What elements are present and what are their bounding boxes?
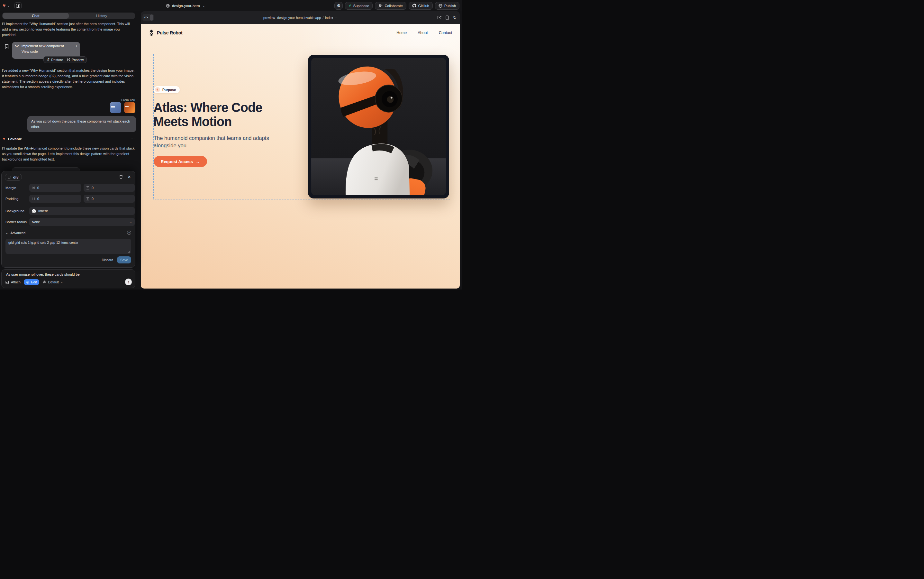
supabase-button[interactable]: ⚡ Supabase [345, 2, 372, 10]
tab-history[interactable]: History [69, 13, 135, 19]
bookmark-icon[interactable] [5, 44, 9, 49]
mode-chevron-down-icon: ⌄ [60, 280, 63, 284]
dashed-box-icon [8, 176, 11, 179]
globe-icon [166, 4, 170, 8]
cta-label: Request Access [161, 159, 193, 164]
settings-button[interactable]: ⚙ [335, 2, 343, 10]
nav-link-about[interactable]: About [418, 31, 428, 35]
preview-toolbar: <> preview--design-your-hero.lovable.app… [141, 11, 460, 24]
collaborate-button[interactable]: Collaborate [375, 2, 406, 10]
preview-url-breadcrumb[interactable]: preview--design-your-hero.lovable.app / … [263, 16, 337, 20]
padding-y-input[interactable] [91, 197, 132, 201]
element-tag: div [13, 175, 19, 179]
background-field[interactable]: Inherit [29, 207, 135, 215]
page-chevron-down-icon: ⌄ [335, 16, 337, 19]
composer-toolbar: Attach ◎ Edit Default ⌄ ↑ [5, 278, 132, 285]
tab-chat[interactable]: Chat [3, 13, 69, 19]
nav-link-home[interactable]: Home [397, 31, 407, 35]
delete-element-button[interactable] [119, 175, 123, 179]
select-chevron-down-icon: ⌄ [129, 220, 132, 224]
code-view-toggle[interactable]: <> [142, 14, 154, 21]
code-icon: <> [15, 44, 19, 47]
edit-mode-button[interactable]: ◎ Edit [24, 279, 39, 285]
view-code-link[interactable]: View code [21, 49, 77, 53]
padding-label: Padding [5, 197, 18, 201]
border-radius-select[interactable]: None ⌄ [29, 218, 135, 226]
project-name: design-your-hero [172, 4, 200, 8]
target-icon: ◎ [26, 280, 29, 284]
user-message-bubble: As you scroll down the page, these compo… [27, 116, 136, 132]
hero-heading-line1: Atlas: Where Code [153, 100, 262, 114]
advanced-label: Advanced [10, 231, 25, 235]
attachment-thumbnail-blue[interactable] [110, 102, 121, 113]
assistant-message-1: I'll implement the "Why Humanoid" sectio… [2, 21, 135, 38]
brand-name: Pulse Robot [157, 30, 182, 35]
site-brand[interactable]: Pulse Robot [149, 29, 182, 36]
publish-label: Publish [444, 4, 456, 8]
request-access-button[interactable]: Request Access → [153, 156, 207, 167]
preview-panel: <> preview--design-your-hero.lovable.app… [141, 11, 460, 288]
chat-composer: As user mouse roll over, these cards sho… [1, 269, 135, 288]
send-button[interactable]: ↑ [125, 278, 132, 285]
edit-label: Edit [31, 280, 37, 284]
discard-button[interactable]: Discard [101, 258, 113, 262]
refresh-button[interactable]: ↻ [453, 15, 457, 20]
composer-input[interactable]: As user mouse roll over, these cards sho… [6, 272, 131, 276]
preview-version-button[interactable]: Preview [67, 58, 83, 62]
padding-x-input[interactable] [37, 197, 79, 201]
image-attach-icon [5, 280, 9, 284]
topbar-actions: ⚙ ⚡ Supabase Collaborate [335, 2, 459, 10]
padding-y-field[interactable] [83, 195, 135, 203]
restore-button[interactable]: ↺ Restore [47, 58, 63, 62]
preview-toggle-segment [150, 15, 153, 21]
inspector-actions: Discard Save [101, 256, 131, 263]
classes-textarea[interactable]: grid grid-cols-1 lg:grid-cols-2 gap-12 i… [5, 239, 131, 254]
preview-actions: ↻ [437, 11, 457, 24]
assistant-message-3: I'll update the WhyHumanoid component to… [2, 146, 135, 162]
transparency-swatch-icon [32, 209, 36, 213]
url-separator: / [322, 16, 323, 20]
sidebar-toggle-button[interactable] [15, 2, 21, 9]
site-nav-links: Home About Contact [397, 31, 452, 35]
element-inspector-panel: div ✕ Margin [1, 171, 135, 268]
nav-link-contact[interactable]: Contact [439, 31, 452, 35]
margin-x-icon [32, 186, 35, 190]
component-card-title: Implement new component [21, 44, 73, 48]
from-you-label: From You [121, 98, 135, 102]
attach-label: Attach [11, 280, 21, 284]
lovable-logo-heart-icon[interactable]: ♥ [3, 3, 6, 8]
code-toggle-icon: <> [143, 16, 150, 19]
padding-x-icon [32, 197, 35, 200]
margin-y-field[interactable] [83, 184, 135, 192]
close-inspector-button[interactable]: ✕ [127, 175, 131, 179]
margin-x-input[interactable] [37, 186, 79, 190]
padding-x-field[interactable] [29, 195, 82, 203]
publish-globe-icon [439, 4, 442, 8]
margin-y-input[interactable] [91, 186, 132, 190]
arrow-up-icon: ↑ [127, 280, 129, 284]
mobile-preview-button[interactable] [446, 15, 449, 20]
logo-chevron-down-icon[interactable]: ⌄ [7, 4, 10, 7]
restore-label: Restore [51, 58, 63, 62]
help-icon[interactable]: ? [127, 231, 131, 235]
restore-icon: ↺ [47, 58, 49, 61]
background-label: Background [5, 209, 24, 213]
arrow-right-icon: → [196, 159, 200, 164]
save-button[interactable]: Save [117, 256, 131, 263]
background-value: Inherit [38, 209, 132, 213]
attachment-thumbnail-orange[interactable] [124, 102, 135, 113]
chat-sidebar: Chat History I'll implement the "Why Hum… [0, 11, 138, 290]
purpose-label: Purpose [162, 88, 176, 92]
message-options-button[interactable]: ⋯ [131, 137, 135, 141]
project-switcher[interactable]: design-your-hero ⌄ [166, 0, 205, 11]
mode-selector[interactable]: Default ⌄ [42, 280, 63, 284]
attach-button[interactable]: Attach [5, 280, 21, 284]
publish-button[interactable]: Publish [435, 2, 459, 10]
open-in-new-tab-button[interactable] [437, 15, 441, 20]
github-button[interactable]: GitHub [409, 2, 433, 10]
advanced-toggle[interactable]: ⌄ Advanced ? [5, 231, 131, 235]
mode-label: Default [48, 280, 59, 284]
element-tag-chip: div [5, 174, 22, 181]
margin-x-field[interactable] [29, 184, 82, 192]
border-radius-value: None [32, 220, 127, 224]
